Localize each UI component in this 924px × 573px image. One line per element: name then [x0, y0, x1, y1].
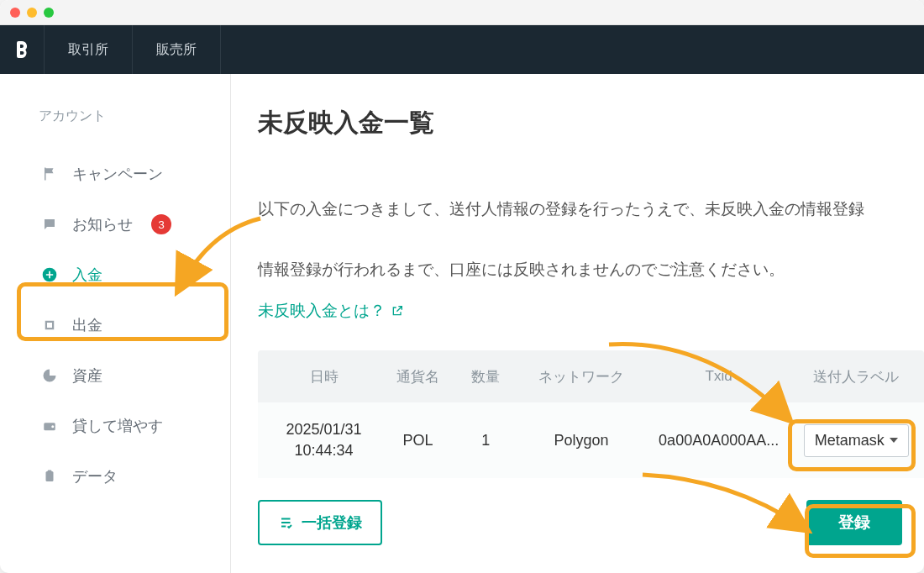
cell-amount: 1	[458, 432, 513, 449]
sidebar-item-lending[interactable]: 貸して増やす	[0, 401, 230, 451]
main-panel: 未反映入金一覧 以下の入金につきまして、送付人情報の登録を行ったうえで、未反映入…	[231, 74, 924, 573]
sidebar-item-deposit[interactable]: 入金	[0, 250, 230, 300]
topnav: 取引所 販売所	[0, 25, 924, 74]
col-header-network: ネットワーク	[513, 367, 648, 386]
register-button[interactable]: 登録	[806, 500, 902, 545]
sender-label-select[interactable]: Metamask	[804, 424, 909, 457]
chevron-down-icon	[890, 438, 898, 443]
desc-line: 以下の入金につきまして、送付人情報の登録を行ったうえで、未反映入金の情報登録	[258, 200, 864, 218]
topnav-sales[interactable]: 販売所	[133, 25, 221, 74]
titlebar	[0, 0, 924, 25]
cell-label: Metamask	[789, 424, 924, 457]
svg-rect-4	[48, 470, 52, 473]
datetime-time: 10:44:34	[270, 440, 378, 461]
sidebar-item-label: 出金	[72, 315, 102, 335]
list-check-icon	[278, 515, 295, 530]
help-link-label: 未反映入金とは？	[258, 300, 386, 322]
cell-datetime: 2025/01/31 10:44:34	[258, 419, 378, 461]
register-label: 登録	[838, 512, 870, 534]
sidebar-item-campaign[interactable]: キャンペーン	[0, 149, 230, 199]
external-link-icon	[391, 304, 404, 318]
col-header-txid: Txid	[649, 368, 789, 385]
cell-txid: 0a00A0A000AA...	[649, 432, 789, 449]
bulk-register-label: 一括登録	[302, 513, 362, 533]
page-description: 以下の入金につきまして、送付人情報の登録を行ったうえで、未反映入金の情報登録 情…	[258, 164, 924, 285]
bulk-register-button[interactable]: 一括登録	[258, 500, 382, 545]
content-area: アカウント キャンペーン お知らせ 3 入金	[0, 74, 924, 573]
sidebar: アカウント キャンペーン お知らせ 3 入金	[0, 74, 231, 573]
col-header-datetime: 日時	[258, 367, 378, 386]
close-window-icon[interactable]	[10, 8, 20, 18]
col-header-label: 送付人ラベル	[789, 367, 924, 386]
flag-icon	[40, 166, 59, 181]
sidebar-item-assets[interactable]: 資産	[0, 350, 230, 401]
maximize-window-icon[interactable]	[44, 8, 54, 18]
logo-icon	[12, 39, 32, 60]
pie-icon	[40, 368, 59, 383]
topnav-exchange[interactable]: 取引所	[45, 25, 133, 74]
sender-label-value: Metamask	[815, 432, 885, 449]
sidebar-item-label: 資産	[72, 365, 102, 386]
minimize-window-icon[interactable]	[27, 8, 37, 18]
col-header-amount: 数量	[458, 367, 513, 386]
logo[interactable]	[0, 25, 45, 74]
svg-point-2	[51, 425, 54, 428]
cell-network: Polygon	[513, 432, 648, 449]
sidebar-item-label: キャンペーン	[72, 164, 163, 184]
deposit-table: 日時 通貨名 数量 ネットワーク Txid 送付人ラベル 2025/01/31 …	[258, 350, 924, 478]
desc-line: 情報登録が行われるまで、口座には反映されませんのでご注意ください。	[258, 260, 785, 278]
cell-currency: POL	[378, 432, 458, 449]
sidebar-item-label: お知らせ	[72, 214, 133, 234]
col-header-currency: 通貨名	[378, 367, 458, 386]
plus-circle-icon	[40, 266, 59, 283]
svg-rect-3	[46, 471, 54, 481]
notification-badge: 3	[151, 214, 171, 234]
message-icon	[40, 217, 59, 232]
sidebar-item-label: データ	[72, 466, 118, 486]
app-window: 取引所 販売所 アカウント キャンペーン お知らせ 3	[0, 0, 924, 573]
clipboard-icon	[40, 469, 59, 484]
export-icon	[40, 318, 59, 333]
wallet-icon	[40, 418, 59, 434]
page-title: 未反映入金一覧	[258, 106, 924, 140]
sidebar-item-label: 貸して増やす	[72, 416, 163, 436]
sidebar-item-label: 入金	[72, 265, 102, 285]
action-bar: 一括登録 登録	[258, 500, 924, 545]
datetime-date: 2025/01/31	[270, 419, 378, 440]
sidebar-item-data[interactable]: データ	[0, 451, 230, 502]
help-link[interactable]: 未反映入金とは？	[258, 300, 404, 322]
sidebar-item-withdraw[interactable]: 出金	[0, 300, 230, 350]
table-header: 日時 通貨名 数量 ネットワーク Txid 送付人ラベル	[258, 350, 924, 402]
table-row: 2025/01/31 10:44:34 POL 1 Polygon 0a00A0…	[258, 402, 924, 478]
sidebar-item-notifications[interactable]: お知らせ 3	[0, 199, 230, 250]
sidebar-heading: アカウント	[0, 97, 230, 149]
